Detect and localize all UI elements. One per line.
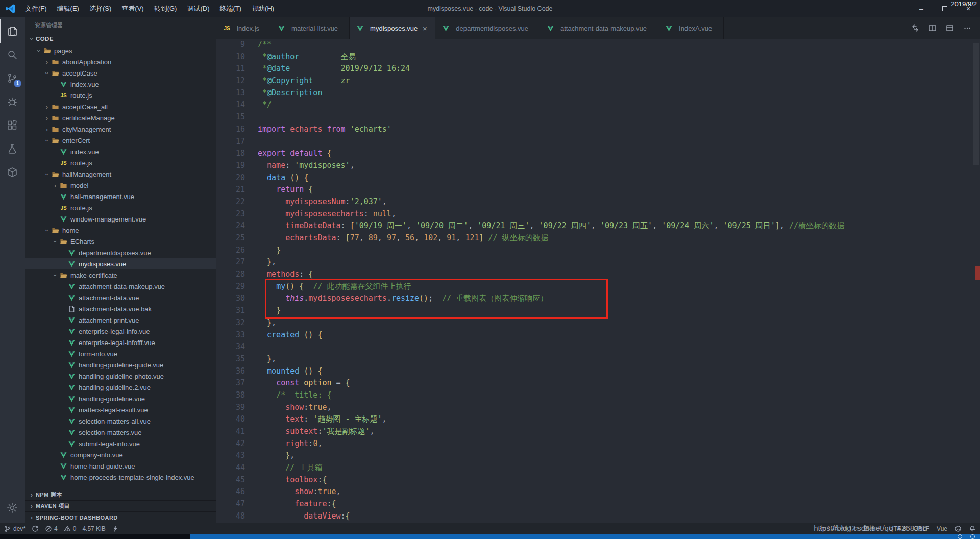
- tree-item-acceptcase-all[interactable]: ›acceptCase_all: [24, 101, 216, 112]
- code-line[interactable]: 38 /* title: {: [216, 389, 980, 402]
- tree-item-route-js[interactable]: JSroute.js: [24, 90, 216, 101]
- tree-item-echarts[interactable]: ›ECharts: [24, 236, 216, 247]
- code-line[interactable]: 18export default {: [216, 148, 980, 160]
- tree-item-attachment-data-makeup-vue[interactable]: attachment-data-makeup.vue: [24, 281, 216, 292]
- code-editor[interactable]: 9/**10 *@author 全易11 *@date 2019/9/12 16…: [216, 39, 980, 523]
- code-line[interactable]: 44 // 工具箱: [216, 462, 980, 474]
- code-line[interactable]: 23 mydisposesecharts: null,: [216, 208, 980, 220]
- status-notifications[interactable]: [969, 525, 976, 532]
- status-warnings[interactable]: 0: [64, 525, 77, 532]
- status-language-mode[interactable]: Vue: [937, 525, 947, 532]
- code-line[interactable]: 33 created () {: [216, 329, 980, 341]
- tab-index-js[interactable]: JSindex.js: [216, 17, 271, 39]
- tree-item-home-proceeds-template-single-index-vue[interactable]: home-proceeds-template-single-index.vue: [24, 472, 216, 483]
- tree-item-citymanagement[interactable]: ›cityManagement: [24, 124, 216, 135]
- open-changes-icon[interactable]: [909, 21, 922, 35]
- code-line[interactable]: 15: [216, 111, 980, 124]
- tree-item-enterprise-legal-infofff-vue[interactable]: enterprise-legal-infofff.vue: [24, 337, 216, 348]
- tree-item-model[interactable]: ›model: [24, 180, 216, 191]
- tree-item-handling-guideline-photo-vue[interactable]: handling-guideline-photo.vue: [24, 371, 216, 382]
- menu-item-t[interactable]: 终端(T): [215, 2, 246, 15]
- activity-explorer[interactable]: [0, 19, 24, 43]
- activity-source-control[interactable]: 1: [0, 66, 24, 90]
- code-line[interactable]: 25 echartsData: [77, 89, 97, 56, 102, 91…: [216, 232, 980, 244]
- tab-indexa-vue[interactable]: IndexA.vue: [658, 17, 724, 39]
- close-icon[interactable]: ×: [421, 24, 429, 32]
- code-line[interactable]: 34: [216, 341, 980, 353]
- tree-item-acceptcase[interactable]: ›acceptCase: [24, 67, 216, 79]
- toggle-layout-icon[interactable]: [943, 21, 957, 35]
- code-line[interactable]: 47 feature:{: [216, 498, 980, 510]
- tree-item-form-info-vue[interactable]: form-info.vue: [24, 348, 216, 359]
- tree-item-matters-legal-result-vue[interactable]: matters-legal-result.vue: [24, 404, 216, 415]
- activity-package[interactable]: [0, 160, 24, 184]
- code-line[interactable]: 39 show:true,: [216, 402, 980, 414]
- code-line[interactable]: 12 *@Copyright zr: [216, 75, 980, 87]
- status-feedback[interactable]: [954, 525, 962, 532]
- activity-debug[interactable]: [0, 90, 24, 113]
- minimize-button[interactable]: –: [910, 0, 933, 17]
- tree-item-hall-management-vue[interactable]: hall-management.vue: [24, 191, 216, 202]
- code-line[interactable]: 30 this.mydisposesecharts.resize(); // 重…: [216, 292, 980, 305]
- taskbar-strip[interactable]: [0, 534, 980, 539]
- scrollbar-thumb[interactable]: [973, 43, 979, 165]
- code-line[interactable]: 27 },: [216, 256, 980, 268]
- code-line[interactable]: 41 subtext:'我是副标题',: [216, 426, 980, 438]
- code-line[interactable]: 24 timeDateData: ['09/19 周一', '09/20 周二'…: [216, 220, 980, 232]
- tree-item-mydisposes-vue[interactable]: mydisposes.vue: [24, 258, 216, 270]
- tree-item-handling-guideline-2-vue[interactable]: handling-guideline.2.vue: [24, 382, 216, 393]
- menu-item-g[interactable]: 转到(G): [150, 2, 182, 15]
- tree-item-window-management-vue[interactable]: window-management.vue: [24, 213, 216, 225]
- menu-item-s[interactable]: 选择(S): [85, 2, 116, 15]
- status-git-branch[interactable]: dev*: [4, 525, 26, 532]
- tree-item-handling-guideline-vue[interactable]: handling-guideline.vue: [24, 393, 216, 404]
- menu-item-h[interactable]: 帮助(H): [247, 2, 279, 15]
- sidebar-section-spring-boot-dashboard[interactable]: ›SPRING-BOOT DASHBOARD: [24, 511, 216, 523]
- menu-item-e[interactable]: 编辑(E): [53, 2, 84, 15]
- tree-item-route-js[interactable]: JSroute.js: [24, 157, 216, 168]
- tree-item-entercert[interactable]: ›enterCert: [24, 135, 216, 146]
- code-line[interactable]: 16import echarts from 'echarts': [216, 124, 980, 136]
- code-line[interactable]: 31 }: [216, 305, 980, 317]
- sidebar-section-maven[interactable]: ›MAVEN 项目: [24, 500, 216, 511]
- status-errors[interactable]: 4: [45, 525, 58, 532]
- code-line[interactable]: 48 dataView:{: [216, 510, 980, 523]
- tree-item-route-js[interactable]: JSroute.js: [24, 202, 216, 213]
- tree-item-selection-matters-all-vue[interactable]: selection-matters-all.vue: [24, 415, 216, 427]
- activity-test[interactable]: [0, 137, 24, 160]
- code-line[interactable]: 13 *@Description: [216, 87, 980, 100]
- status-file-size[interactable]: 4.57 KiB: [82, 525, 105, 532]
- code-line[interactable]: 19 name: 'mydisposes',: [216, 160, 980, 172]
- code-line[interactable]: 36 mounted () {: [216, 365, 980, 378]
- code-line[interactable]: 32 },: [216, 317, 980, 329]
- code-line[interactable]: 46 show:true,: [216, 486, 980, 498]
- tree-item-attachment-print-vue[interactable]: attachment-print.vue: [24, 314, 216, 326]
- tab-material-list-vue[interactable]: material-list.vue: [271, 17, 350, 39]
- code-line[interactable]: 29 my() { // 此功能需在父组件上执行: [216, 281, 980, 293]
- split-editor-icon[interactable]: [926, 21, 939, 35]
- status-sync[interactable]: [32, 525, 39, 532]
- code-line[interactable]: 26 }: [216, 244, 980, 257]
- editor-scrollbar[interactable]: [973, 39, 980, 523]
- tree-item-home[interactable]: ›home: [24, 225, 216, 236]
- code-line[interactable]: 20 data () {: [216, 172, 980, 184]
- tree-item-index-vue[interactable]: index.vue: [24, 146, 216, 157]
- code-line[interactable]: 28 methods: {: [216, 268, 980, 281]
- tree-item-enterprise-legal-info-vue[interactable]: enterprise-legal-info.vue: [24, 326, 216, 337]
- more-actions-icon[interactable]: [961, 21, 974, 35]
- code-line[interactable]: 9/**: [216, 39, 980, 51]
- tree-item-attachment-data-vue-bak[interactable]: attachment-data.vue.bak: [24, 303, 216, 314]
- code-line[interactable]: 14 */: [216, 99, 980, 111]
- tab-attachment-data-makeup-vue[interactable]: attachment-data-makeup.vue: [540, 17, 658, 39]
- code-line[interactable]: 43 },: [216, 450, 980, 462]
- sidebar-section-npm[interactable]: ›NPM 脚本: [24, 489, 216, 500]
- activity-settings[interactable]: [0, 496, 24, 520]
- explorer-section-code[interactable]: › CODE: [24, 33, 216, 45]
- menu-item-d[interactable]: 调试(D): [182, 2, 214, 15]
- code-line[interactable]: 37 const option = {: [216, 377, 980, 389]
- tree-item-company-info-vue[interactable]: company-info.vue: [24, 449, 216, 460]
- tree-item-home-hand-guide-vue[interactable]: home-hand-guide.vue: [24, 460, 216, 472]
- tree-item-make-certificate[interactable]: ›make-certificate: [24, 270, 216, 281]
- tree-item-aboutapplication[interactable]: ›aboutApplication: [24, 56, 216, 67]
- activity-search[interactable]: [0, 43, 24, 66]
